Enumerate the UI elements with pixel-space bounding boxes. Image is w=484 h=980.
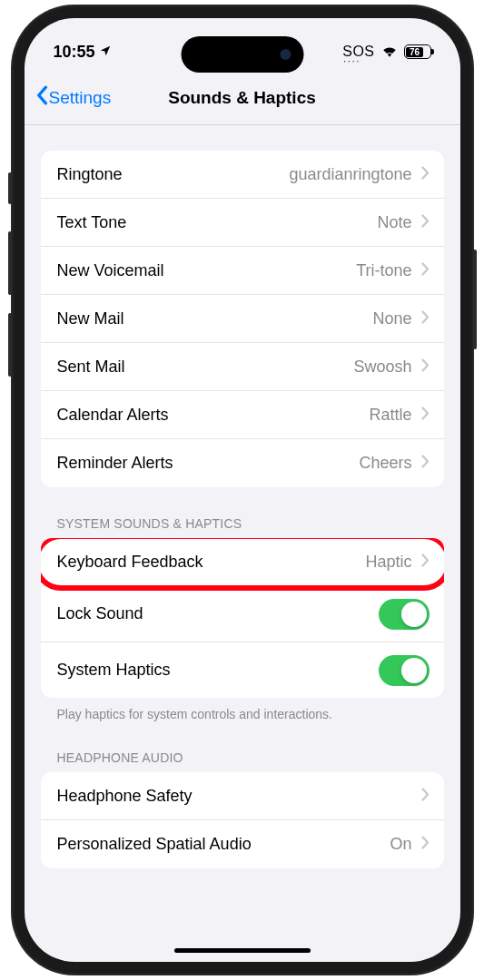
chevron-right-icon (421, 358, 430, 377)
chevron-right-icon (421, 213, 430, 232)
lock-sound-toggle[interactable] (379, 599, 430, 630)
volume-down (8, 313, 12, 377)
sounds-section: Ringtone guardianringtone Text Tone Note… (41, 151, 444, 487)
headphone-audio-section: Headphone Safety Personalized Spatial Au… (41, 772, 444, 868)
chevron-right-icon (421, 309, 430, 328)
row-label: Ringtone (57, 165, 290, 184)
row-label: Personalized Spatial Audio (57, 835, 390, 854)
row-label: Sent Mail (57, 358, 354, 377)
home-indicator[interactable] (174, 948, 311, 953)
volume-up (8, 231, 12, 295)
row-sent-mail[interactable]: Sent Mail Swoosh (41, 343, 444, 391)
row-reminder-alerts[interactable]: Reminder Alerts Cheers (41, 439, 444, 487)
row-value: On (390, 835, 411, 854)
chevron-right-icon (421, 553, 430, 572)
row-new-voicemail[interactable]: New Voicemail Tri-tone (41, 247, 444, 295)
row-label: Headphone Safety (57, 787, 412, 806)
screen: 10:55 SOS 76 Settings (25, 18, 460, 962)
row-label: System Haptics (57, 661, 379, 680)
battery-level: 76 (410, 47, 420, 57)
chevron-right-icon (421, 787, 430, 806)
row-label: Text Tone (57, 213, 378, 232)
back-button[interactable]: Settings (35, 85, 112, 110)
row-label: Lock Sound (57, 604, 379, 623)
row-label: Calendar Alerts (57, 406, 370, 425)
row-value: Tri-tone (356, 261, 411, 280)
battery-icon: 76 (404, 44, 431, 59)
content-scroll[interactable]: Ringtone guardianringtone Text Tone Note… (25, 125, 460, 924)
row-value: Note (377, 213, 411, 232)
wifi-icon (381, 43, 398, 62)
chevron-right-icon (421, 835, 430, 854)
row-label: Reminder Alerts (57, 454, 360, 473)
dynamic-island (181, 36, 303, 73)
headphone-audio-header: HEADPHONE AUDIO (57, 750, 444, 765)
page-title: Sounds & Haptics (168, 88, 316, 108)
chevron-right-icon (421, 165, 430, 184)
status-time: 10:55 (54, 43, 95, 62)
row-headphone-safety[interactable]: Headphone Safety (41, 772, 444, 820)
phone-frame: 10:55 SOS 76 Settings (11, 5, 474, 975)
system-sounds-header: SYSTEM SOUNDS & HAPTICS (57, 516, 444, 531)
row-lock-sound: Lock Sound (41, 586, 444, 642)
system-haptics-toggle[interactable] (379, 655, 430, 686)
row-calendar-alerts[interactable]: Calendar Alerts Rattle (41, 391, 444, 439)
row-system-haptics: System Haptics (41, 642, 444, 698)
row-label: New Mail (57, 309, 373, 328)
chevron-right-icon (421, 454, 430, 473)
mute-switch (8, 172, 12, 204)
row-value: Rattle (369, 406, 411, 425)
row-value: Cheers (359, 454, 411, 473)
sos-indicator: SOS (342, 44, 374, 60)
row-text-tone[interactable]: Text Tone Note (41, 199, 444, 247)
row-label: New Voicemail (57, 261, 357, 280)
power-button (473, 250, 477, 349)
location-icon (99, 44, 112, 60)
row-spatial-audio[interactable]: Personalized Spatial Audio On (41, 820, 444, 868)
row-value: Swoosh (353, 358, 411, 377)
row-keyboard-feedback[interactable]: Keyboard Feedback Haptic (41, 538, 444, 586)
system-footer-text: Play haptics for system controls and int… (57, 707, 444, 721)
row-value: Haptic (365, 553, 411, 572)
chevron-right-icon (421, 261, 430, 280)
row-ringtone[interactable]: Ringtone guardianringtone (41, 151, 444, 199)
system-sounds-section: Keyboard Feedback Haptic Lock Sound Syst… (41, 538, 444, 698)
row-value: guardianringtone (289, 165, 411, 184)
chevron-right-icon (421, 406, 430, 425)
back-label: Settings (49, 88, 112, 108)
row-new-mail[interactable]: New Mail None (41, 295, 444, 343)
chevron-back-icon (35, 85, 48, 110)
nav-bar: Settings Sounds & Haptics (25, 73, 460, 125)
row-label: Keyboard Feedback (57, 553, 366, 572)
row-value: None (372, 309, 411, 328)
